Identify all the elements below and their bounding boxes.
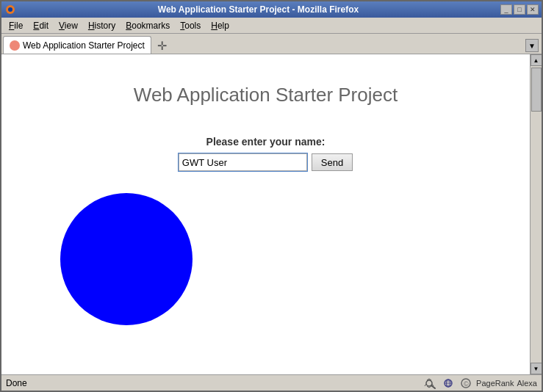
search-icon <box>423 377 438 389</box>
globe-icon <box>441 377 456 389</box>
page-content: Web Application Starter Project Please e… <box>1 54 530 374</box>
tabbar: Web Application Starter Project ✛ ▼ <box>1 34 542 54</box>
active-tab[interactable]: Web Application Starter Project <box>3 36 151 54</box>
menu-edit[interactable]: Edit <box>29 19 53 32</box>
alexa-label: Alexa <box>517 379 537 388</box>
tab-dropdown-button[interactable]: ▼ <box>525 39 539 52</box>
svg-point-1 <box>8 7 12 12</box>
scrollbar-thumb[interactable] <box>531 68 542 112</box>
titlebar: Web Application Starter Project - Mozill… <box>1 1 542 18</box>
maximize-button[interactable]: □ <box>514 4 525 15</box>
window-controls: _ □ ✕ <box>500 4 539 15</box>
form-label: Please enter your name: <box>206 136 326 148</box>
statusbar: Done <box>1 374 542 391</box>
status-icons: © PageRank Alexa <box>423 377 537 389</box>
menu-bookmarks[interactable]: Bookmarks <box>121 19 174 32</box>
form-section: Please enter your name: Send <box>179 136 353 171</box>
blue-circle <box>60 193 193 325</box>
tab-label: Web Application Starter Project <box>23 40 145 51</box>
c-icon: © <box>459 377 473 389</box>
tab-favicon <box>10 40 20 51</box>
scroll-down-button[interactable]: ▼ <box>531 363 542 374</box>
menubar: File Edit View History Bookmarks Tools H… <box>1 18 542 34</box>
minimize-button[interactable]: _ <box>500 4 512 15</box>
name-input[interactable] <box>179 153 307 171</box>
menu-view[interactable]: View <box>54 19 82 32</box>
menu-tools[interactable]: Tools <box>176 19 205 32</box>
pagerank-label: PageRank <box>476 379 514 388</box>
svg-text:©: © <box>464 380 469 388</box>
browser-frame: Web Application Starter Project Please e… <box>1 54 542 374</box>
window-title: Web Application Starter Project - Mozill… <box>16 4 500 15</box>
firefox-icon <box>4 4 16 15</box>
scroll-up-button[interactable]: ▲ <box>531 54 542 66</box>
add-tab-button[interactable]: ✛ <box>154 37 170 54</box>
close-button[interactable]: ✕ <box>527 4 539 15</box>
menu-help[interactable]: Help <box>206 19 234 32</box>
status-text: Done <box>6 378 417 388</box>
svg-line-6 <box>425 384 426 386</box>
menu-history[interactable]: History <box>84 19 120 32</box>
scrollbar: ▲ ▼ <box>530 54 542 374</box>
page-title: Web Application Starter Project <box>134 84 398 106</box>
browser-window: Web Application Starter Project - Mozill… <box>0 0 543 392</box>
scrollbar-track[interactable] <box>531 66 542 363</box>
form-row: Send <box>179 153 353 171</box>
menu-file[interactable]: File <box>4 19 27 32</box>
send-button[interactable]: Send <box>312 153 353 171</box>
